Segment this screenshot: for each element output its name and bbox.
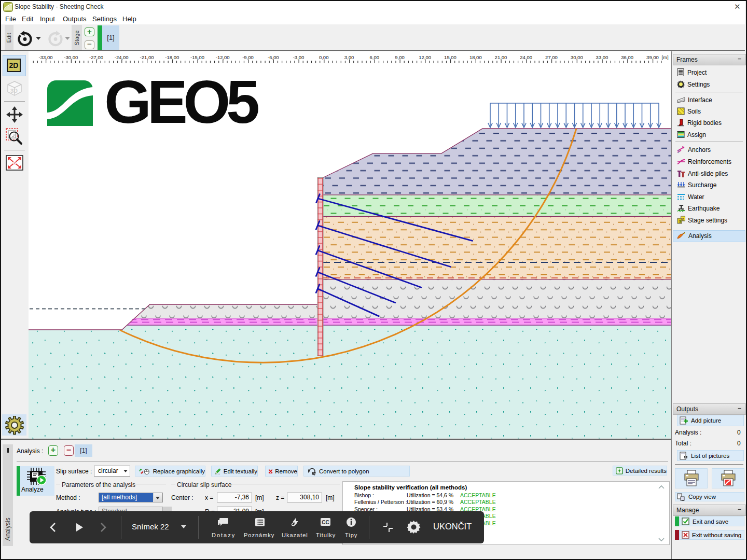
svg-text:3c: 3c [13, 161, 17, 165]
svg-text:3,00: 3,00 [344, 54, 354, 60]
svg-text:9,00: 9,00 [395, 54, 405, 60]
svg-text:-15,00: -15,00 [190, 54, 204, 60]
svg-text:3D: 3D [10, 88, 18, 94]
svg-text:-6,00: -6,00 [268, 54, 279, 60]
svg-text:Analysis: Analysis [4, 517, 11, 541]
svg-text:-27,00: -27,00 [89, 54, 103, 60]
svg-text:-9,00: -9,00 [242, 54, 254, 60]
svg-text:-21,00: -21,00 [140, 54, 154, 60]
svg-text:-12,00: -12,00 [216, 54, 230, 60]
svg-text:24,00: 24,00 [520, 54, 532, 60]
svg-text:18,00: 18,00 [469, 54, 482, 60]
svg-text:15,00: 15,00 [444, 54, 457, 60]
svg-text:[m]: [m] [661, 54, 668, 60]
svg-text:30,00: 30,00 [571, 54, 583, 60]
svg-text:21,00: 21,00 [495, 54, 507, 60]
svg-text:-30,00: -30,00 [64, 54, 78, 60]
svg-text:6,00: 6,00 [370, 54, 380, 60]
svg-text:33,00: 33,00 [596, 54, 608, 60]
svg-text:-18,00: -18,00 [165, 54, 179, 60]
svg-text:-33,00: -33,00 [39, 54, 53, 60]
svg-text:1: 1 [679, 219, 682, 223]
svg-text:GEO5: GEO5 [104, 68, 259, 136]
svg-text:-3,00: -3,00 [293, 54, 305, 60]
svg-text:-24,00: -24,00 [115, 54, 129, 60]
svg-text:2: 2 [682, 217, 685, 221]
svg-text:0,00: 0,00 [319, 54, 329, 60]
svg-text:12,00: 12,00 [419, 54, 431, 60]
svg-text:CC: CC [322, 520, 329, 525]
svg-text:27,00: 27,00 [545, 54, 558, 60]
svg-text:36,00: 36,00 [621, 54, 633, 60]
svg-text:39,00: 39,00 [646, 54, 659, 60]
